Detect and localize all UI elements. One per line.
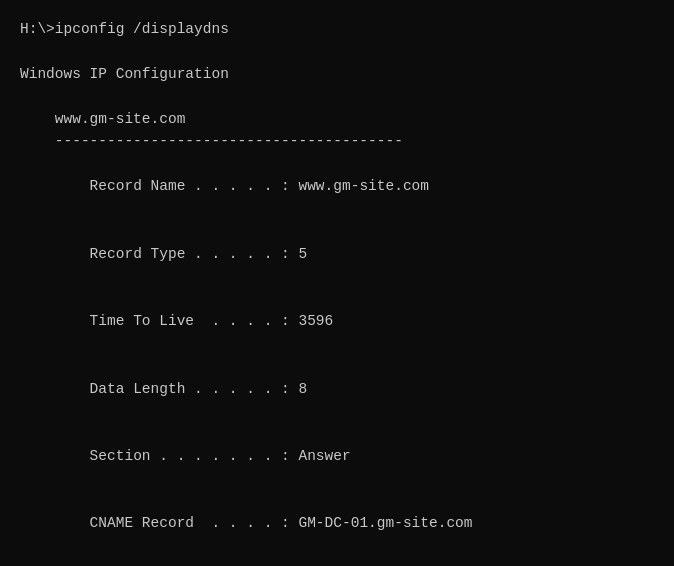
- windows-ip-config: Windows IP Configuration: [20, 63, 654, 85]
- record1-type: Record Type . . . . . : 5: [20, 220, 654, 287]
- blank-line-2: [20, 85, 654, 107]
- separator: ----------------------------------------: [20, 130, 654, 152]
- prompt-line: H:\>ipconfig /displaydns: [20, 18, 654, 40]
- record1-section: Section . . . . . . . : Answer: [20, 422, 654, 489]
- record1-datalength-label: Data Length . . . . . :: [55, 381, 290, 397]
- record1-type-label: Record Type . . . . . :: [55, 246, 290, 262]
- record1-ttl-label: Time To Live . . . . :: [55, 313, 290, 329]
- record1-name-label: Record Name . . . . . :: [55, 178, 290, 194]
- record1-section-value: Answer: [290, 448, 351, 464]
- record1-name-value: www.gm-site.com: [290, 178, 429, 194]
- record1-cname-value: GM-DC-01.gm-site.com: [290, 515, 473, 531]
- record1-name: Record Name . . . . . : www.gm-site.com: [20, 153, 654, 220]
- record1-ttl: Time To Live . . . . : 3596: [20, 288, 654, 355]
- record1-type-value: 5: [290, 246, 307, 262]
- record1-section-label: Section . . . . . . . :: [55, 448, 290, 464]
- record1-ttl-value: 3596: [290, 313, 334, 329]
- domain-name: www.gm-site.com: [20, 108, 654, 130]
- record1-cname: CNAME Record . . . . : GM-DC-01.gm-site.…: [20, 490, 654, 557]
- terminal-window: H:\>ipconfig /displaydns Windows IP Conf…: [0, 0, 674, 566]
- blank-line-3: [20, 557, 654, 566]
- record1-datalength: Data Length . . . . . : 8: [20, 355, 654, 422]
- record1-cname-label: CNAME Record . . . . :: [55, 515, 290, 531]
- blank-line-1: [20, 40, 654, 62]
- record1-datalength-value: 8: [290, 381, 307, 397]
